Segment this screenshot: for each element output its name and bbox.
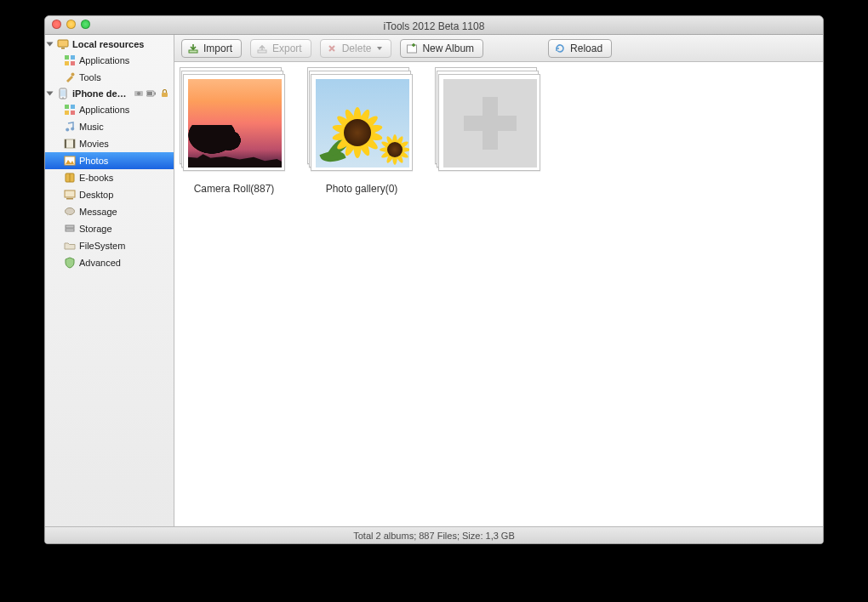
sidebar-group-local[interactable]: Local resources [45,37,174,52]
import-icon [187,43,199,54]
reload-button[interactable]: Reload [548,39,612,58]
svg-rect-33 [66,229,74,231]
new-album-icon [406,43,418,54]
import-button[interactable]: Import [181,39,242,58]
svg-rect-16 [65,105,69,109]
music-icon [64,121,76,133]
chevron-down-icon [377,47,382,50]
plus-icon [443,79,537,168]
svg-point-31 [66,208,75,215]
storage-icon [64,223,76,235]
album-thumbnail [311,74,413,176]
button-label: Reload [570,43,602,54]
statusbar: Total 2 albums; 887 Files; Size: 1,3 GB [45,526,823,543]
sidebar-item-storage[interactable]: Storage [45,220,174,237]
svg-rect-5 [71,61,75,65]
svg-rect-29 [65,190,75,197]
album-add-new[interactable] [435,74,544,176]
status-text: Total 2 albums; 887 Files; Size: 1,3 GB [353,531,515,541]
sidebar: Local resources Applications Tools iP [45,35,174,526]
tools-icon [64,71,76,83]
sidebar-group-label: iPhone de… [72,88,127,99]
window-title: iTools 2012 Beta 1108 [45,18,823,32]
sidebar-item-label: Applications [79,55,129,65]
sidebar-group-device[interactable]: iPhone de… [45,86,174,101]
svg-rect-1 [61,48,65,49]
svg-rect-18 [65,111,69,115]
reload-icon [554,43,566,54]
album-photo-gallery[interactable]: Photo gallery(0) [307,74,416,195]
sidebar-item-label: Storage [79,224,112,234]
sidebar-item-movies[interactable]: Movies [45,135,174,152]
sidebar-item-filesystem[interactable]: FileSystem [45,237,174,254]
camera-icon [133,88,145,99]
chevron-down-icon [47,43,54,47]
svg-rect-4 [65,61,69,65]
svg-rect-13 [155,93,157,95]
export-icon [256,43,268,54]
svg-rect-14 [147,92,152,95]
sidebar-item-photos[interactable]: Photos [45,152,174,169]
sidebar-item-label: Advanced [79,258,121,268]
sidebar-item-advanced[interactable]: Advanced [45,254,174,271]
titlebar: iTools 2012 Beta 1108 [45,16,823,35]
svg-rect-19 [71,111,75,115]
phone-icon [57,88,69,99]
svg-rect-24 [73,139,75,148]
zoom-window-button[interactable] [81,20,90,29]
film-icon [64,138,76,150]
sidebar-item-label: Desktop [79,190,113,200]
svg-rect-34 [189,50,197,53]
album-label: Camera Roll(887) [194,183,275,195]
desktop-icon [64,189,76,201]
button-label: Import [203,43,232,54]
sidebar-item-ebooks[interactable]: E-books [45,169,174,186]
export-button[interactable]: Export [250,39,311,58]
sidebar-item-label: FileSystem [79,241,125,251]
svg-rect-8 [60,90,66,97]
svg-point-21 [71,128,74,131]
sidebar-item-local-tools[interactable]: Tools [45,69,174,86]
sidebar-item-music[interactable]: Music [45,118,174,135]
sidebar-item-local-applications[interactable]: Applications [45,52,174,69]
shield-icon [64,257,76,269]
apps-icon [64,54,76,66]
button-label: Export [272,43,302,54]
content: Import Export Delete [174,35,823,526]
close-window-button[interactable] [52,20,61,29]
folder-icon [64,240,76,252]
album-grid: Camera Roll(887) [174,62,823,526]
svg-point-6 [71,73,75,77]
album-thumbnail [438,74,540,176]
sidebar-item-label: E-books [79,173,113,183]
svg-rect-2 [65,55,69,60]
battery-icon [146,88,157,99]
delete-button[interactable]: Delete [320,39,392,58]
sidebar-item-label: Tools [79,72,101,82]
traffic-lights [52,20,90,29]
sidebar-item-label: Movies [79,139,109,149]
apps-icon [64,104,76,116]
app-window: iTools 2012 Beta 1108 Local resources Ap… [44,15,824,544]
album-label: Photo gallery(0) [326,183,398,195]
svg-rect-23 [65,139,66,148]
sidebar-item-label: Photos [79,156,108,166]
svg-rect-17 [71,105,75,109]
lock-icon [158,88,170,99]
sidebar-item-device-applications[interactable]: Applications [45,101,174,118]
sidebar-item-label: Music [79,122,104,132]
sidebar-item-desktop[interactable]: Desktop [45,186,174,203]
new-album-button[interactable]: New Album [400,39,483,58]
sidebar-item-message[interactable]: Message [45,203,174,220]
delete-icon [326,43,338,54]
button-label: New Album [422,43,474,54]
body: Local resources Applications Tools iP [45,35,823,526]
album-camera-roll[interactable]: Camera Roll(887) [180,74,288,195]
sidebar-item-label: Message [79,207,117,217]
minimize-window-button[interactable] [66,20,76,29]
svg-rect-35 [258,50,266,53]
svg-rect-0 [58,40,68,47]
book-icon [64,172,76,184]
svg-point-9 [62,97,64,99]
svg-point-20 [66,128,69,132]
